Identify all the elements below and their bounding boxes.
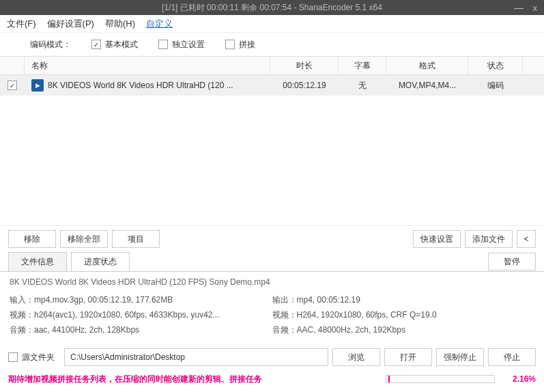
col-duration[interactable]: 时长 <box>270 57 339 74</box>
pause-button[interactable]: 暂停 <box>488 253 536 270</box>
row-checkbox[interactable]: ✓ <box>0 75 25 96</box>
close-button[interactable]: x <box>533 3 538 13</box>
output-video: 视频：H264, 1920x1080, 60fps, CRF Q=19.0 <box>272 307 535 322</box>
source-folder-checkbox[interactable] <box>8 352 18 362</box>
tab-progress[interactable]: 进度状态 <box>71 252 130 271</box>
input-video: 视频：h264(avc1), 1920x1080, 60fps, 4633Kbp… <box>10 307 272 322</box>
encode-mode-label: 编码模式： <box>30 39 71 51</box>
mode-independent[interactable]: 独立设置 <box>158 39 205 51</box>
titlebar-text: [1/1] 已耗时 00:00:11 剩余 00:07:54 - ShanaEn… <box>0 2 544 14</box>
browse-button[interactable]: 浏览 <box>332 348 380 366</box>
project-button[interactable]: 项目 <box>112 230 160 248</box>
file-name-text: 8K VIDEOS World 8K Videos HDR UltraHD (1… <box>10 277 534 287</box>
output-info-col: 输出：mp4, 00:05:12.19 视频：H264, 1920x1080, … <box>272 292 535 337</box>
checkbox-icon <box>158 40 168 49</box>
list-empty-area[interactable] <box>0 96 544 225</box>
remove-all-button[interactable]: 移除全部 <box>60 230 108 248</box>
status-message: 期待增加视频拼接任务列表，在压缩的同时能创建新的剪辑、拼接任务 <box>8 374 262 385</box>
list-header: 名称 时长 字幕 格式 状态 <box>0 56 544 75</box>
progress-fill <box>388 376 390 382</box>
menu-custom[interactable]: 自定义 <box>146 18 173 30</box>
output-audio: 音频：AAC, 48000Hz, 2ch, 192Kbps <box>272 322 535 337</box>
action-buttons-row: 移除 移除全部 项目 快速设置 添加文件 < <box>0 225 544 252</box>
col-subtitle[interactable]: 字幕 <box>339 57 386 74</box>
mode-concat[interactable]: 拼接 <box>225 39 255 51</box>
collapse-button[interactable]: < <box>517 230 536 248</box>
force-stop-button[interactable]: 强制停止 <box>436 348 484 366</box>
menubar: 文件(F) 偏好设置(P) 帮助(H) 自定义 <box>0 15 544 33</box>
input-audio: 音频：aac, 44100Hz, 2ch, 128Kbps <box>10 322 272 337</box>
titlebar: [1/1] 已耗时 00:00:11 剩余 00:07:54 - ShanaEn… <box>0 0 544 15</box>
row-name: ▶ 8K VIDEOS World 8K Videos HDR UltraHD … <box>25 75 270 96</box>
menu-file[interactable]: 文件(F) <box>7 18 36 30</box>
checkbox-checked-icon: ✓ <box>91 40 101 49</box>
col-format[interactable]: 格式 <box>386 57 468 74</box>
output-container: 输出：mp4, 00:05:12.19 <box>272 292 535 307</box>
progress-percent: 2.16% <box>502 374 536 384</box>
minimize-button[interactable]: — <box>514 2 524 13</box>
row-subtitle: 无 <box>339 75 386 96</box>
info-panel: 8K VIDEOS World 8K Videos HDR UltraHD (1… <box>0 271 544 344</box>
mode-basic[interactable]: ✓ 基本模式 <box>91 39 138 51</box>
stop-button[interactable]: 停止 <box>488 348 536 366</box>
remove-button[interactable]: 移除 <box>8 230 56 248</box>
video-file-icon: ▶ <box>31 79 44 92</box>
source-folder-input[interactable]: C:\Users\Administrator\Desktop <box>64 348 328 366</box>
encode-mode-bar: 编码模式： ✓ 基本模式 独立设置 拼接 <box>0 33 544 56</box>
checkbox-icon <box>225 40 235 49</box>
source-folder-row: 源文件夹 C:\Users\Administrator\Desktop 浏览 打… <box>0 344 544 370</box>
tab-bar: 文件信息 进度状态 暂停 <box>0 252 544 271</box>
menu-help[interactable]: 帮助(H) <box>105 18 135 30</box>
input-container: 输入：mp4.mov.3gp, 00:05:12.19, 177.62MB <box>10 292 272 307</box>
col-checkbox <box>0 57 25 74</box>
tab-file-info[interactable]: 文件信息 <box>8 252 67 271</box>
progress-bar <box>386 375 495 383</box>
list-row[interactable]: ✓ ▶ 8K VIDEOS World 8K Videos HDR UltraH… <box>0 75 544 96</box>
status-bar: 期待增加视频拼接任务列表，在压缩的同时能创建新的剪辑、拼接任务 2.16% <box>0 370 544 388</box>
open-button[interactable]: 打开 <box>384 348 432 366</box>
col-status[interactable]: 状态 <box>468 57 523 74</box>
quick-settings-button[interactable]: 快速设置 <box>413 230 461 248</box>
menu-preferences[interactable]: 偏好设置(P) <box>47 18 94 30</box>
row-format: MOV,MP4,M4... <box>386 75 468 96</box>
input-info-col: 输入：mp4.mov.3gp, 00:05:12.19, 177.62MB 视频… <box>10 292 272 337</box>
row-status: 编码 <box>468 75 523 96</box>
row-duration: 00:05:12.19 <box>270 75 339 96</box>
col-name[interactable]: 名称 <box>25 57 270 74</box>
source-folder-label: 源文件夹 <box>22 352 60 363</box>
add-file-button[interactable]: 添加文件 <box>465 230 513 248</box>
